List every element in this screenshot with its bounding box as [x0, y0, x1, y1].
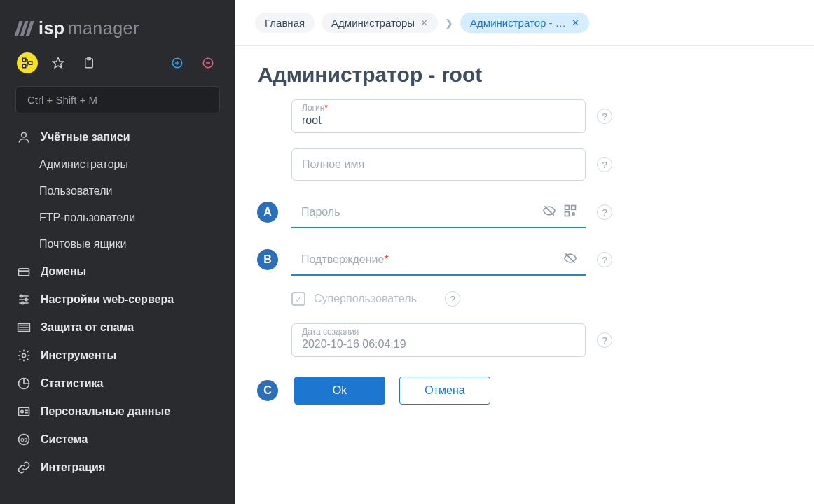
password-field[interactable]: Пароль — [291, 196, 586, 228]
marker-a: A — [257, 202, 278, 223]
svg-point-14 — [22, 354, 26, 358]
svg-point-17 — [21, 410, 23, 412]
svg-point-8 — [22, 132, 27, 137]
sidebar-group-accounts[interactable]: Учётные записи — [0, 123, 235, 151]
marker-b: B — [257, 249, 278, 270]
svg-marker-3 — [53, 58, 64, 68]
fullname-field[interactable]: Полное имя — [291, 148, 586, 181]
login-field[interactable]: Логин* root — [291, 99, 586, 133]
created-label: Дата создания — [302, 327, 359, 337]
login-value: root — [302, 114, 322, 127]
link-icon — [17, 461, 31, 475]
svg-rect-2 — [29, 62, 32, 65]
page-title: Администратор - root — [258, 63, 794, 87]
piechart-icon — [17, 377, 31, 391]
sliders-icon — [17, 293, 31, 307]
shield-icon — [17, 321, 31, 335]
help-icon[interactable]: ? — [597, 108, 612, 124]
sidebar-search[interactable]: Ctrl + Shift + M — [15, 86, 220, 113]
sidebar-menu: Учётные записи Администраторы Пользовате… — [0, 123, 235, 504]
generate-password-icon[interactable] — [563, 204, 577, 220]
sidebar-group-antispam[interactable]: Защита от спама — [0, 314, 235, 342]
os-icon: OS — [17, 433, 31, 447]
superuser-row: ✓ Суперпользователь ? — [291, 291, 794, 307]
help-icon[interactable]: ? — [597, 204, 612, 220]
sidebar-item-users[interactable]: Пользователи — [0, 178, 235, 204]
superuser-checkbox[interactable]: ✓ — [291, 292, 305, 306]
sidebar: ispmanager Ctrl + Shift + M Учётные запи… — [0, 0, 235, 504]
help-icon[interactable]: ? — [597, 332, 612, 348]
id-icon — [17, 405, 31, 419]
svg-rect-22 — [565, 212, 570, 216]
sidebar-group-system[interactable]: OS Система — [0, 426, 235, 454]
help-icon[interactable]: ? — [597, 252, 612, 267]
confirm-password-field[interactable]: Подтверждение* — [291, 244, 586, 276]
tree-view-icon[interactable] — [17, 52, 38, 74]
gear-icon — [17, 349, 31, 363]
help-icon[interactable]: ? — [445, 291, 460, 307]
fullname-placeholder: Полное имя — [302, 158, 364, 171]
svg-point-23 — [572, 213, 574, 215]
help-icon[interactable]: ? — [597, 157, 612, 172]
svg-rect-9 — [19, 269, 29, 276]
superuser-label: Суперпользователь — [314, 293, 417, 305]
sidebar-group-webserver[interactable]: Настройки web-сервера — [0, 286, 235, 314]
sidebar-group-label: Учётные записи — [41, 131, 130, 144]
breadcrumb-current[interactable]: Администратор - … ✕ — [460, 13, 589, 33]
clipboard-icon[interactable] — [78, 52, 99, 74]
svg-rect-0 — [22, 58, 26, 62]
collapse-all-icon[interactable] — [198, 52, 219, 74]
form-content: Администратор - root Логин* root ? Полно… — [235, 46, 814, 424]
domains-icon — [17, 265, 31, 279]
close-icon[interactable]: ✕ — [572, 18, 579, 28]
users-icon — [17, 130, 31, 144]
chevron-right-icon: ❯ — [445, 18, 453, 29]
created-date-field: Дата создания 2020-10-16 06:04:19 — [291, 323, 586, 357]
breadcrumb-admins[interactable]: Администраторы ✕ — [322, 13, 438, 33]
breadcrumb: Главная Администраторы ✕ ❯ Администратор… — [235, 0, 814, 46]
svg-text:OS: OS — [20, 438, 27, 442]
sidebar-iconbar — [0, 52, 235, 83]
eye-icon[interactable] — [542, 204, 556, 220]
sidebar-item-admins[interactable]: Администраторы — [0, 151, 235, 178]
cancel-button[interactable]: Отмена — [399, 377, 490, 405]
ok-button[interactable]: Ok — [294, 377, 385, 405]
created-value: 2020-10-16 06:04:19 — [302, 338, 406, 351]
sidebar-item-ftp-users[interactable]: FTP-пользователи — [0, 204, 235, 231]
logo-bars-icon — [17, 21, 32, 36]
star-icon[interactable] — [48, 52, 69, 74]
marker-c: C — [257, 380, 278, 401]
svg-rect-21 — [572, 206, 576, 210]
sidebar-group-stats[interactable]: Статистика — [0, 370, 235, 398]
confirm-placeholder: Подтверждение* — [301, 253, 389, 266]
logo-text-light: manager — [68, 18, 139, 38]
eye-icon[interactable] — [563, 251, 577, 268]
sidebar-group-domains[interactable]: Домены — [0, 258, 235, 286]
expand-all-icon[interactable] — [167, 52, 188, 74]
main-area: Главная Администраторы ✕ ❯ Администратор… — [235, 0, 814, 504]
logo-text-bold: isp — [39, 18, 65, 38]
login-label: Логин* — [302, 103, 328, 113]
breadcrumb-home[interactable]: Главная — [255, 13, 315, 33]
sidebar-group-personal[interactable]: Персональные данные — [0, 398, 235, 426]
app-logo[interactable]: ispmanager — [0, 0, 235, 52]
sidebar-group-tools[interactable]: Инструменты — [0, 342, 235, 370]
sidebar-group-integration[interactable]: Интеграция — [0, 454, 235, 482]
svg-rect-1 — [22, 64, 26, 68]
sidebar-search-placeholder: Ctrl + Shift + M — [27, 94, 97, 106]
password-placeholder: Пароль — [301, 206, 340, 218]
svg-rect-20 — [565, 206, 570, 210]
sidebar-item-mailboxes[interactable]: Почтовые ящики — [0, 231, 235, 258]
close-icon[interactable]: ✕ — [420, 18, 428, 28]
